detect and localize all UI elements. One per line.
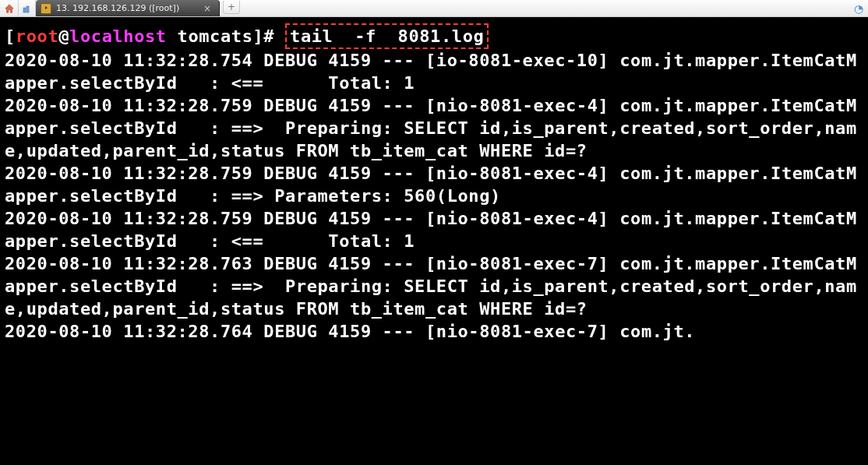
servers-button[interactable] bbox=[19, 0, 36, 16]
prompt-at: @ bbox=[58, 26, 69, 46]
prompt-bracket-open: [ bbox=[5, 26, 16, 46]
command-bin: tail bbox=[290, 26, 333, 46]
tab-close-button[interactable]: × bbox=[203, 3, 211, 14]
svg-rect-0 bbox=[23, 8, 26, 12]
tab-active[interactable]: 13. 192.168.126.129 ([root]) × bbox=[36, 0, 220, 16]
log-lines: 2020-08-10 11:32:28.754 DEBUG 4159 --- [… bbox=[5, 51, 857, 341]
prompt-host: localhost bbox=[69, 26, 167, 46]
window-chrome-bar: 13. 192.168.126.129 ([root]) × + ◔ bbox=[0, 0, 868, 17]
prompt-user: root bbox=[16, 26, 58, 46]
command-flag: -f bbox=[355, 26, 376, 46]
svg-rect-1 bbox=[26, 6, 29, 12]
prompt-dir: tomcats bbox=[178, 26, 253, 46]
servers-icon bbox=[23, 4, 32, 13]
tab-title: 13. 192.168.126.129 ([root]) bbox=[56, 3, 179, 13]
prompt-end: # bbox=[263, 26, 285, 46]
home-icon bbox=[4, 3, 15, 14]
home-button[interactable] bbox=[0, 0, 19, 16]
plus-icon: + bbox=[228, 2, 235, 12]
help-button[interactable]: ◔ bbox=[849, 0, 868, 16]
command-file: 8081.log bbox=[398, 26, 485, 46]
new-tab-button[interactable]: + bbox=[223, 1, 240, 14]
prompt-bracket-close: ] bbox=[253, 26, 264, 46]
help-icon: ◔ bbox=[854, 2, 863, 15]
terminal-output[interactable]: [root@localhost tomcats]# tail -f 8081.l… bbox=[0, 17, 868, 465]
command-highlight: tail -f 8081.log bbox=[285, 23, 489, 49]
terminal-tab-icon bbox=[41, 3, 51, 14]
